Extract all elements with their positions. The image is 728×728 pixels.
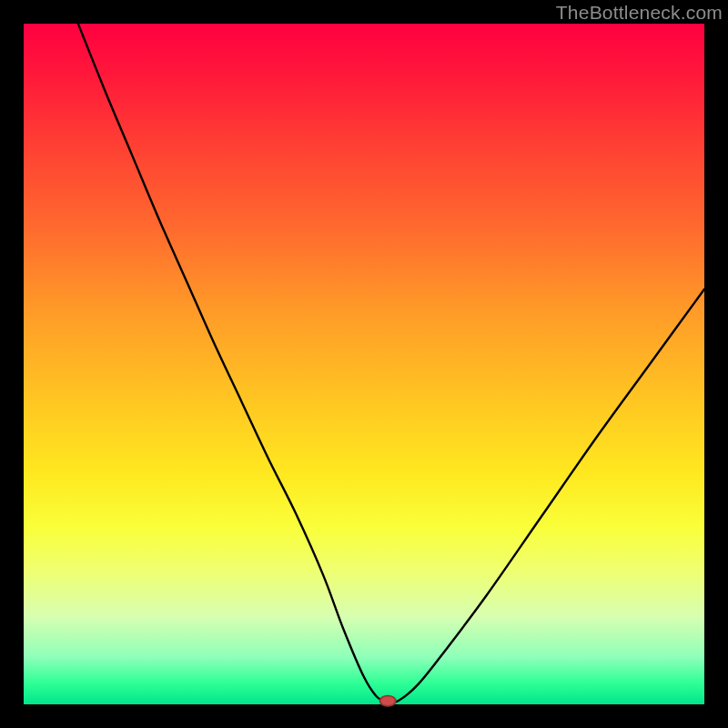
curve-line [78,24,704,703]
chart-frame: TheBottleneck.com [0,0,728,728]
watermark-text: TheBottleneck.com [556,2,723,24]
minimum-marker [380,696,396,706]
plot-area [24,24,704,704]
bottleneck-curve [24,24,704,704]
